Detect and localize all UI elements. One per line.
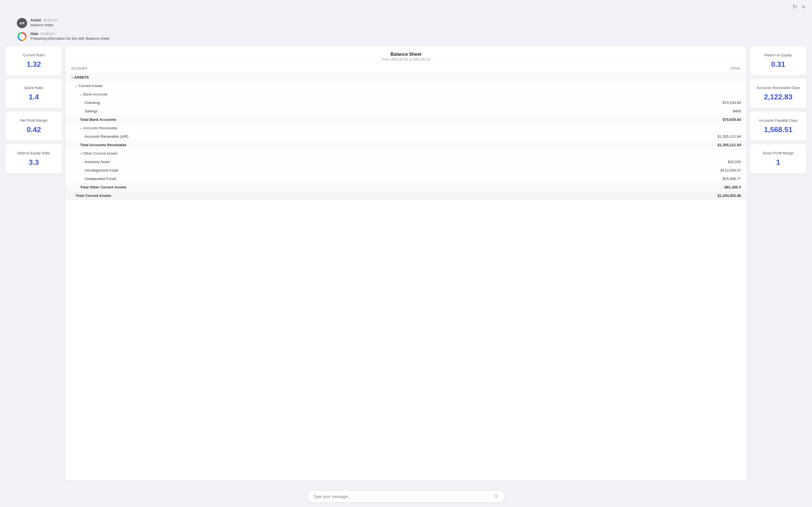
top-bar: ↻ ≡ — [0, 0, 812, 13]
metric-value-current-ratio: 1.32 — [27, 60, 41, 69]
metric-label-gross-profit-margin: Gross Profit Margin — [762, 151, 794, 156]
bs-row-value-5: $70,630.84 — [707, 117, 741, 122]
bs-row-value-4: $400 — [707, 109, 741, 113]
message-text-2: Preparing information for the skill: Bal… — [31, 36, 109, 41]
bs-row-8: Total Accounts Receivable$1,355,121.94 — [65, 141, 747, 149]
bs-row-value-11: -$112,034.07 — [707, 168, 741, 172]
message-author-1: Andrii — [31, 18, 41, 22]
bs-row-value-13: -$81,300.3 — [707, 185, 741, 189]
bs-row-name-3: Checking — [85, 101, 707, 105]
chevron-icon-1[interactable]: ∨ — [75, 84, 78, 88]
bs-row-14: Total Current Assets$1,344,452.48 — [65, 191, 747, 200]
main-content: Current Ratio 1.32 Quick Ratio 1.4 Net P… — [0, 46, 812, 486]
message-header-2: Hala 02:08 pm — [31, 32, 109, 36]
chat-message-2: Hala 02:08 pm Preparing information for … — [17, 32, 795, 42]
bs-row-5: Total Bank Accounts$70,630.84 — [65, 115, 747, 124]
bs-col-total-header: TOTAL — [730, 67, 741, 70]
chat-input-area: 🎙 — [0, 486, 812, 507]
metric-card-current-ratio: Current Ratio 1.32 — [6, 46, 62, 75]
microphone-icon[interactable]: 🎙 — [494, 494, 499, 499]
bs-row-value-3: $70,230.84 — [707, 101, 741, 105]
balance-sheet-panel: Balance Sheet From 2021-01-01 to 2021-02… — [65, 46, 747, 480]
bs-row-name-9: ∨Other Current Assets — [80, 151, 707, 156]
metric-card-net-profit-margin: Net Profit Margin 0.42 — [6, 112, 62, 141]
metric-value-debt-equity: 3.3 — [29, 158, 39, 167]
bs-row-value-10: $15,245 — [707, 160, 741, 164]
menu-icon[interactable]: ≡ — [802, 4, 805, 10]
message-time-2: 02:08 pm — [40, 32, 54, 36]
bs-row-value-7: $1,355,121.94 — [707, 134, 741, 138]
metric-card-debt-equity: Debt-to-Equity Ratio 3.3 — [6, 144, 62, 173]
bs-row-name-13: Total Other Current Assets — [80, 185, 707, 189]
metric-card-gross-profit-margin: Gross Profit Margin 1 — [750, 144, 806, 173]
bs-row-9: ∨Other Current Assets — [65, 149, 747, 158]
bs-row-name-2: ∨Bank Accounts — [80, 92, 707, 96]
bs-row-1: ∨Current Assets — [65, 82, 747, 90]
bs-row-name-6: ∨Accounts Receivable — [80, 126, 707, 130]
bs-rows-container: ∨ASSETS∨Current Assets∨Bank AccountsChec… — [65, 73, 747, 200]
avatar-andrii: AR — [17, 18, 27, 28]
bs-row-3: Checking$70,230.84 — [65, 99, 747, 107]
metric-card-return-equity: Return on Equity 0.31 — [750, 46, 806, 75]
message-header-1: Andrii 02:08 pm — [31, 18, 57, 22]
message-time-1: 02:08 pm — [43, 18, 57, 22]
metric-value-ap-days: 1,568.51 — [764, 125, 792, 134]
bs-row-2: ∨Bank Accounts — [65, 90, 747, 99]
bs-row-name-0: ∨ASSETS — [71, 75, 707, 79]
metric-value-ar-days: 2,122.83 — [764, 93, 792, 101]
balance-sheet-header: Balance Sheet From 2021-01-01 to 2021-02… — [65, 46, 747, 64]
message-author-2: Hala — [31, 32, 38, 36]
chevron-icon-0[interactable]: ∨ — [71, 76, 73, 79]
metric-label-return-equity: Return on Equity — [765, 53, 792, 58]
metric-label-ap-days: Accounts Payable Days — [759, 118, 797, 123]
metric-value-gross-profit-margin: 1 — [776, 158, 780, 167]
bs-row-name-11: Uncategorized Asset — [85, 168, 707, 172]
chat-message-1: AR Andrii 02:08 pm balance sheet — [17, 18, 795, 28]
metric-card-ap-days: Accounts Payable Days 1,568.51 — [750, 112, 806, 141]
message-text-1: balance sheet — [31, 23, 57, 27]
chat-message-input[interactable] — [313, 494, 494, 499]
bs-row-value-12: $15,488.77 — [707, 177, 741, 181]
metrics-right-column: Return on Equity 0.31 Accounts Receivabl… — [750, 46, 806, 480]
bs-row-10: Inventory Asset$15,245 — [65, 158, 747, 166]
balance-sheet-table: ACCOUNT TOTAL ∨ASSETS∨Current Assets∨Ban… — [65, 64, 747, 480]
bs-row-value-14: $1,344,452.48 — [707, 193, 741, 198]
bs-row-name-12: Undeposited Funds — [85, 177, 707, 181]
metric-label-quick-ratio: Quick Ratio — [24, 86, 43, 91]
refresh-icon[interactable]: ↻ — [793, 3, 797, 10]
metric-card-quick-ratio: Quick Ratio 1.4 — [6, 79, 62, 108]
chevron-icon-9[interactable]: ∨ — [80, 152, 82, 155]
chat-area: AR Andrii 02:08 pm balance sheet Hala 02… — [0, 13, 812, 46]
bs-row-name-7: Accounts Receivable (A/R) — [85, 134, 707, 138]
chevron-icon-6[interactable]: ∨ — [80, 127, 82, 130]
bs-col-account-header: ACCOUNT — [71, 67, 88, 70]
metrics-left-column: Current Ratio 1.32 Quick Ratio 1.4 Net P… — [6, 46, 62, 480]
bs-column-headers: ACCOUNT TOTAL — [65, 64, 747, 73]
metric-value-quick-ratio: 1.4 — [29, 93, 39, 101]
bs-row-6: ∨Accounts Receivable — [65, 124, 747, 132]
bs-row-name-1: ∨Current Assets — [75, 83, 707, 88]
bs-row-name-4: Savings — [85, 109, 707, 113]
metric-label-current-ratio: Current Ratio — [23, 53, 45, 58]
bs-row-value-8: $1,355,121.94 — [707, 143, 741, 147]
bs-row-name-14: Total Current Assets — [75, 193, 707, 198]
avatar-hala — [17, 32, 27, 42]
bs-row-12: Undeposited Funds$15,488.77 — [65, 175, 747, 183]
bs-row-name-10: Inventory Asset — [85, 160, 707, 164]
message-content-2: Hala 02:08 pm Preparing information for … — [31, 32, 109, 41]
chevron-icon-2[interactable]: ∨ — [80, 93, 82, 96]
balance-sheet-subtitle: From 2021-01-01 to 2021-02-15 — [71, 57, 741, 61]
metric-value-net-profit-margin: 0.42 — [27, 125, 41, 134]
message-content-1: Andrii 02:08 pm balance sheet — [31, 18, 57, 27]
bs-row-13: Total Other Current Assets-$81,300.3 — [65, 183, 747, 191]
metric-card-ar-days: Accounts Receivable Days 2,122.83 — [750, 79, 806, 108]
bs-row-7: Accounts Receivable (A/R)$1,355,121.94 — [65, 132, 747, 141]
bs-row-4: Savings$400 — [65, 107, 747, 115]
bs-row-name-5: Total Bank Accounts — [80, 117, 707, 122]
metric-value-return-equity: 0.31 — [771, 60, 785, 69]
metric-label-net-profit-margin: Net Profit Margin — [20, 118, 48, 123]
bs-row-11: Uncategorized Asset-$112,034.07 — [65, 166, 747, 175]
bs-row-name-8: Total Accounts Receivable — [80, 143, 707, 147]
bs-row-0: ∨ASSETS — [65, 73, 747, 82]
chat-input-container: 🎙 — [307, 490, 505, 503]
